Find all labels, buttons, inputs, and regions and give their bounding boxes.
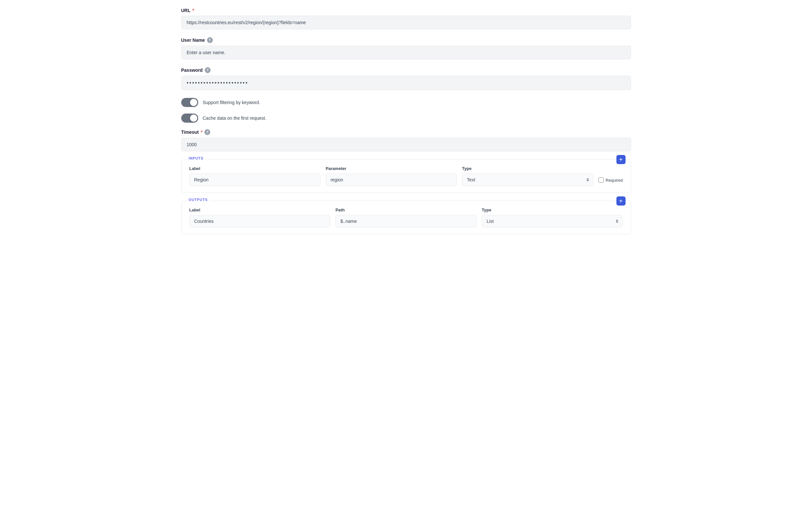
url-label: URL * [181, 8, 631, 13]
timeout-field-group: Timeout * ? [181, 129, 631, 152]
username-help-icon[interactable]: ? [207, 37, 213, 43]
outputs-grid: Label Path Type List Text Number Boolean [189, 208, 623, 227]
inputs-section-title: INPUTS [187, 156, 206, 160]
outputs-type-select[interactable]: List Text Number Boolean [482, 215, 623, 227]
username-label: User Name ? [181, 37, 631, 43]
inputs-add-button[interactable]: + [616, 155, 626, 164]
url-required-star: * [192, 8, 194, 13]
outputs-type-header: Type [482, 208, 623, 212]
cache-data-toggle[interactable] [181, 114, 198, 123]
url-field-group: URL * [181, 8, 631, 29]
inputs-grid: Label Parameter Type Text Number Boolean… [189, 166, 623, 186]
timeout-input[interactable] [181, 138, 631, 152]
form-section: URL * User Name ? Password ? •••••••••••… [181, 8, 631, 234]
outputs-path-input[interactable] [335, 215, 477, 227]
inputs-required-col: Required [599, 177, 623, 186]
inputs-label-col: Label [189, 166, 321, 186]
url-input[interactable] [181, 16, 631, 29]
filter-keyword-label: Support filtering by keyword. [203, 100, 260, 105]
username-field-group: User Name ? [181, 37, 631, 59]
outputs-label-header: Label [189, 208, 331, 212]
outputs-section-title: OUTPUTS [187, 198, 210, 202]
password-label: Password ? [181, 67, 631, 73]
timeout-required-star: * [201, 130, 202, 135]
inputs-type-select[interactable]: Text Number Boolean Date [462, 174, 593, 186]
outputs-type-col: Type List Text Number Boolean [482, 208, 623, 227]
password-field-group: Password ? •••••••••••••••••••••• [181, 67, 631, 90]
inputs-type-header: Type [462, 166, 593, 171]
timeout-label: Timeout * ? [181, 129, 631, 135]
username-input[interactable] [181, 46, 631, 59]
filter-keyword-toggle[interactable] [181, 98, 198, 107]
inputs-required-checkbox[interactable] [599, 177, 604, 183]
outputs-path-col: Path [335, 208, 477, 227]
outputs-label-col: Label [189, 208, 331, 227]
outputs-section: OUTPUTS + Label Path Type List Text Numb… [181, 201, 631, 234]
inputs-required-label: Required [606, 178, 623, 183]
inputs-parameter-col: Parameter [326, 166, 457, 186]
inputs-label-input[interactable] [189, 174, 321, 186]
inputs-section: INPUTS + Label Parameter Type Text Numbe… [181, 159, 631, 193]
password-input[interactable]: •••••••••••••••••••••• [181, 76, 631, 90]
outputs-add-button[interactable]: + [616, 197, 626, 206]
inputs-parameter-input[interactable] [326, 174, 457, 186]
cache-data-toggle-row: Cache data on the first request. [181, 114, 631, 123]
cache-data-label: Cache data on the first request. [203, 116, 266, 121]
inputs-parameter-header: Parameter [326, 166, 457, 171]
filter-keyword-toggle-row: Support filtering by keyword. [181, 98, 631, 107]
outputs-label-input[interactable] [189, 215, 331, 227]
inputs-type-col: Type Text Number Boolean Date [462, 166, 593, 186]
timeout-help-icon[interactable]: ? [204, 129, 210, 135]
outputs-path-header: Path [335, 208, 477, 212]
password-help-icon[interactable]: ? [205, 67, 210, 73]
inputs-label-header: Label [189, 166, 321, 171]
